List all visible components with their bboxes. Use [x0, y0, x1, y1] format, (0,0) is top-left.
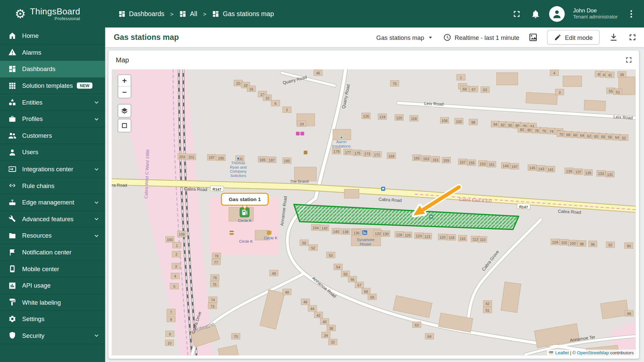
sidebar-item-api-usage[interactable]: API usage: [0, 278, 105, 294]
timewindow-button[interactable]: Realtime - last 1 minute: [443, 33, 519, 41]
shape-select-control[interactable]: [117, 119, 131, 133]
api-icon: [8, 282, 16, 290]
map-attribution: Leaflet | © OpenStreetMap contributors: [547, 350, 636, 355]
building-number: 132: [375, 232, 381, 236]
building-number: 73: [210, 304, 214, 308]
breadcrumb-current[interactable]: Gas stations map: [212, 10, 274, 17]
sidebar-item-settings[interactable]: Settings: [0, 311, 105, 327]
building-number: 149: [502, 164, 508, 168]
widget-expand-button[interactable]: [624, 55, 633, 64]
rule-chains-icon: [8, 181, 16, 189]
road-label: Leix Road: [613, 114, 633, 120]
avatar[interactable]: [549, 6, 565, 22]
settings-icon: [8, 315, 16, 323]
download-button[interactable]: [609, 33, 619, 42]
state-select-value: Gas stations map: [376, 34, 424, 41]
fullscreen-button[interactable]: [512, 8, 522, 19]
building-number: 68: [566, 133, 570, 137]
clothes-shop-icon: [301, 132, 304, 135]
building-number: 102: [456, 120, 462, 124]
logo-title: ThingsBoard: [30, 7, 80, 16]
leaflet-link[interactable]: Leaflet: [555, 350, 569, 355]
timewindow-label: Realtime - last 1 minute: [454, 34, 519, 41]
building-number: 159: [443, 159, 449, 163]
entities-icon: [8, 98, 16, 106]
chevron-down-icon: [93, 332, 100, 339]
zoom-in-button[interactable]: +: [118, 75, 131, 86]
building-number: 54: [336, 265, 340, 269]
sidebar-item-users[interactable]: Users: [0, 144, 105, 161]
building-number: 38: [329, 326, 333, 330]
sidebar-item-label: Advanced features: [22, 216, 73, 223]
breadcrumb: Dashboards > All > Gas stations map: [118, 10, 274, 17]
building-number: 128: [396, 233, 402, 237]
logo[interactable]: ⚙ ThingsBoard Professional: [0, 7, 105, 21]
zoom-out-button[interactable]: −: [118, 86, 131, 98]
edit-mode-button[interactable]: Edit mode: [547, 30, 600, 45]
building-number: 112: [472, 237, 478, 241]
user-menu[interactable]: John Doe Tenant administrator: [573, 7, 618, 20]
breadcrumb-dashboards[interactable]: Dashboards: [118, 10, 164, 17]
sidebar-item-white-labeling[interactable]: White labeling: [0, 294, 105, 311]
flag-icon: [549, 351, 553, 354]
building-number: 52: [311, 246, 315, 250]
map[interactable]: 46201816121062752d1269676343454341395553…: [112, 69, 636, 355]
svg-text:Leix Road: Leix Road: [424, 101, 444, 107]
chevron-down-icon: [93, 165, 100, 173]
svg-text:Leix Road: Leix Road: [613, 114, 633, 120]
sidebar-item-label: Security: [22, 332, 44, 339]
image-button[interactable]: [528, 33, 538, 42]
building-number: 98: [471, 120, 475, 124]
sidebar-item-edge-management[interactable]: Edge management: [0, 194, 105, 211]
sidebar-item-alarms[interactable]: Alarms: [0, 44, 105, 61]
notification-icon: [8, 248, 16, 256]
building-number: 177: [345, 150, 351, 155]
building-number: 62: [587, 134, 591, 138]
sidebar-item-solution-templates[interactable]: Solution templatesNEW: [0, 77, 105, 94]
sidebar-item-dashboards[interactable]: Dashboards: [0, 61, 105, 77]
building-number: 165: [414, 156, 420, 160]
more-menu-button[interactable]: [626, 8, 637, 19]
sidebar-item-label: Mobile center: [22, 265, 59, 273]
building-number: 139: [566, 169, 572, 173]
map-widget-card: Map: [108, 51, 639, 359]
building-number: 173: [364, 152, 370, 156]
breadcrumb-all[interactable]: All: [179, 10, 197, 17]
page-title: Gas stations map: [114, 33, 179, 42]
map-container[interactable]: 46201816121062752d1269676343454341395553…: [112, 69, 636, 355]
svg-text:Thomas: Thomas: [231, 161, 245, 165]
building-number: 63: [415, 323, 419, 327]
osm-link[interactable]: © OpenStreetMap: [573, 350, 609, 355]
user-icon: [552, 8, 562, 19]
sidebar-item-resources[interactable]: Resources: [0, 228, 105, 244]
building-number: 3: [175, 264, 177, 268]
building-number: 141: [548, 168, 554, 172]
sidebar-item-customers[interactable]: Customers: [0, 127, 105, 144]
building-number: 203: [179, 155, 185, 159]
home-icon: [8, 32, 16, 40]
sidebar-item-profiles[interactable]: Profiles: [0, 111, 105, 128]
pub-icon: [304, 150, 308, 154]
building-number: 9: [169, 332, 171, 336]
layers-control[interactable]: [117, 104, 131, 118]
sidebar-item-security[interactable]: Security: [0, 327, 105, 344]
svg-text:Circle K: Circle K: [264, 236, 277, 240]
dashboards-icon: [179, 10, 186, 17]
building-number: 42: [317, 313, 321, 317]
dashboards-icon: [118, 10, 126, 17]
sidebar-item-rule-chains[interactable]: Rule chains: [0, 177, 105, 194]
building-number: 48: [285, 290, 289, 294]
fullscreen-dashboard-button[interactable]: [628, 33, 637, 42]
building-number: 63: [483, 88, 487, 92]
sidebar-item-notification-center[interactable]: Notification center: [0, 244, 105, 261]
sidebar-item-advanced-features[interactable]: Advanced features: [0, 211, 105, 228]
road-label: bra Road: [112, 183, 127, 188]
dashboard-state-select[interactable]: Gas stations map: [376, 34, 434, 41]
poi-label: ThomasRyan andCompanySolicitors: [230, 157, 247, 178]
attribution-suffix: contributors: [610, 350, 634, 355]
sidebar-item-integrations-center[interactable]: Integrations center: [0, 161, 105, 178]
notifications-button[interactable]: [530, 8, 541, 19]
sidebar-item-home[interactable]: Home: [0, 27, 105, 44]
sidebar-item-entities[interactable]: Entities: [0, 94, 105, 111]
sidebar-item-mobile-center[interactable]: Mobile center: [0, 261, 105, 278]
